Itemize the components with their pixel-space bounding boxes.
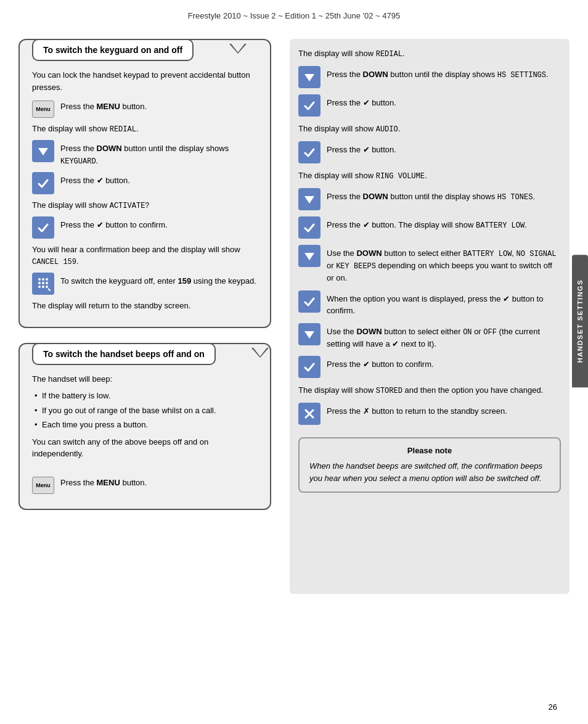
step-row: Press the DOWN button until the display … <box>32 140 258 167</box>
svg-point-2 <box>42 278 44 281</box>
check-icon <box>32 216 54 239</box>
bullet-item: Each time you press a button. <box>32 419 258 431</box>
svg-marker-13 <box>304 253 314 260</box>
svg-marker-0 <box>38 148 48 155</box>
header-title: Freestyle 2010 ~ Issue 2 ~ Edition 1 ~ 2… <box>188 11 400 20</box>
check-icon <box>298 290 321 313</box>
right-bg-box: The display will show REDIAL. Press the … <box>290 39 570 594</box>
right-step-row: Press the DOWN button until the display … <box>298 188 561 210</box>
step-row: To switch the keyguard off, enter 159 us… <box>32 273 258 295</box>
svg-marker-14 <box>304 331 314 339</box>
svg-point-1 <box>38 278 41 281</box>
right-step-text: Press the ✔ button. <box>327 141 561 156</box>
redial-display: The display will show REDIAL. <box>32 123 258 135</box>
step-text: Press the MENU button. <box>60 474 258 489</box>
check-icon <box>298 94 321 117</box>
keyguard-box: To switch the keyguard on and off You ca… <box>18 39 271 328</box>
right-step-row: Press the ✔ button. <box>298 141 561 163</box>
cancel-display: You will hear a confirmation beep and th… <box>32 244 258 268</box>
right-step-row: Press the ✗ button to return to the stan… <box>298 403 561 425</box>
right-step-row: Press the ✔ button to confirm. <box>298 356 561 378</box>
step-text: Press the ✔ button to confirm. <box>60 216 258 231</box>
right-step-text: The display will show RING VOLUME. <box>298 170 561 182</box>
down-arrow-icon <box>298 188 321 210</box>
down-arrow-icon <box>298 323 321 345</box>
please-note-box: Please note When the handset beeps are s… <box>298 437 561 493</box>
right-step-text: The display will show REDIAL. <box>298 47 561 60</box>
right-step-text: Press the DOWN button until the display … <box>327 188 561 203</box>
step-row: Menu Press the MENU button. <box>32 474 258 494</box>
right-step-row: Use the DOWN button to select either ON … <box>298 323 561 350</box>
right-step-row: Press the ✔ button. The display will sho… <box>298 216 561 239</box>
svg-point-4 <box>38 282 41 284</box>
right-step-row: Press the ✔ button. <box>298 94 561 117</box>
please-note-title: Please note <box>309 446 550 455</box>
svg-marker-11 <box>304 74 314 81</box>
right-steps: The display will show REDIAL. Press the … <box>298 47 561 493</box>
step-row: Menu Press the MENU button. <box>32 98 258 118</box>
sidebar-tab: HANDSET SETTINGS <box>572 255 588 387</box>
beeps-content: The handset will beep: If the battery is… <box>20 366 270 494</box>
right-step-row: Use the DOWN button to select either BAT… <box>298 245 561 284</box>
beeps-bullets: If the battery is low. If you go out of … <box>32 390 258 431</box>
right-step-text: Press the DOWN button until the display … <box>327 66 561 81</box>
left-column: To switch the keyguard on and off You ca… <box>18 39 284 594</box>
right-step-text: Press the ✔ button. The display will sho… <box>327 216 561 231</box>
sidebar-label: HANDSET SETTINGS <box>576 279 584 363</box>
svg-point-6 <box>46 282 48 284</box>
activate-display: The display will show ACTIVATE? <box>32 199 258 212</box>
svg-point-5 <box>42 282 44 284</box>
right-step-text: When the option you want is displayed, p… <box>327 290 561 317</box>
right-step-text: Use the DOWN button to select either ON … <box>327 323 561 350</box>
keyguard-intro: You can lock the handset keypad to preve… <box>32 69 258 93</box>
bullet-item: If the battery is low. <box>32 390 258 402</box>
step-row: Press the ✔ button to confirm. <box>32 216 258 239</box>
svg-point-3 <box>46 278 48 281</box>
right-step-text: Press the ✔ button. <box>327 94 561 109</box>
right-step-text: Press the ✔ button to confirm. <box>327 356 561 371</box>
check-icon <box>298 356 321 378</box>
main-content: To switch the keyguard on and off You ca… <box>0 27 588 606</box>
step-text: Press the MENU button. <box>60 98 258 113</box>
step-text: Press the DOWN button until the display … <box>60 140 258 167</box>
please-note-text: When the handset beeps are switched off,… <box>309 460 550 484</box>
right-column: The display will show REDIAL. Press the … <box>284 39 570 594</box>
right-step-row: When the option you want is displayed, p… <box>298 290 561 317</box>
check-icon <box>32 172 54 194</box>
step-text: To switch the keyguard off, enter 159 us… <box>60 273 258 287</box>
down-arrow-icon <box>298 66 321 88</box>
down-arrow-icon <box>32 140 54 162</box>
right-step-text: Use the DOWN button to select either BAT… <box>327 245 561 284</box>
right-step-row: Press the DOWN button until the display … <box>298 66 561 88</box>
beeps-title: To switch the handset beeps off and on <box>32 343 216 365</box>
svg-point-8 <box>42 286 44 288</box>
keyguard-content: You can lock the handset keypad to preve… <box>20 62 270 312</box>
svg-line-10 <box>48 289 51 291</box>
svg-point-7 <box>38 286 41 288</box>
step-row: Press the ✔ button. <box>32 172 258 194</box>
right-step-text: The display will show AUDIO. <box>298 123 561 135</box>
beeps-box: To switch the handset beeps off and on T… <box>18 343 271 510</box>
right-step-text: The display will show STORED and then th… <box>298 384 561 397</box>
svg-point-9 <box>46 286 48 288</box>
x-button-icon <box>298 403 321 425</box>
check-icon <box>298 141 321 163</box>
menu-button-icon: Menu <box>32 101 54 118</box>
beeps-outro: You can switch any of the above beeps of… <box>32 436 258 460</box>
standby-return: The display will return to the standby s… <box>32 300 258 312</box>
menu-button-icon: Menu <box>32 477 54 494</box>
svg-marker-12 <box>304 196 314 204</box>
page-number: 26 <box>549 702 557 712</box>
keyguard-title: To switch the keyguard on and off <box>32 39 194 61</box>
bullet-item: If you go out of range of the base whils… <box>32 405 258 417</box>
right-step-text: Press the ✗ button to return to the stan… <box>327 403 561 418</box>
beeps-intro: The handset will beep: <box>32 373 258 385</box>
check-icon <box>298 216 321 239</box>
down-arrow-icon <box>298 245 321 267</box>
keypad-icon <box>32 273 54 295</box>
step-text: Press the ✔ button. <box>60 172 258 187</box>
page-header: Freestyle 2010 ~ Issue 2 ~ Edition 1 ~ 2… <box>0 0 588 27</box>
